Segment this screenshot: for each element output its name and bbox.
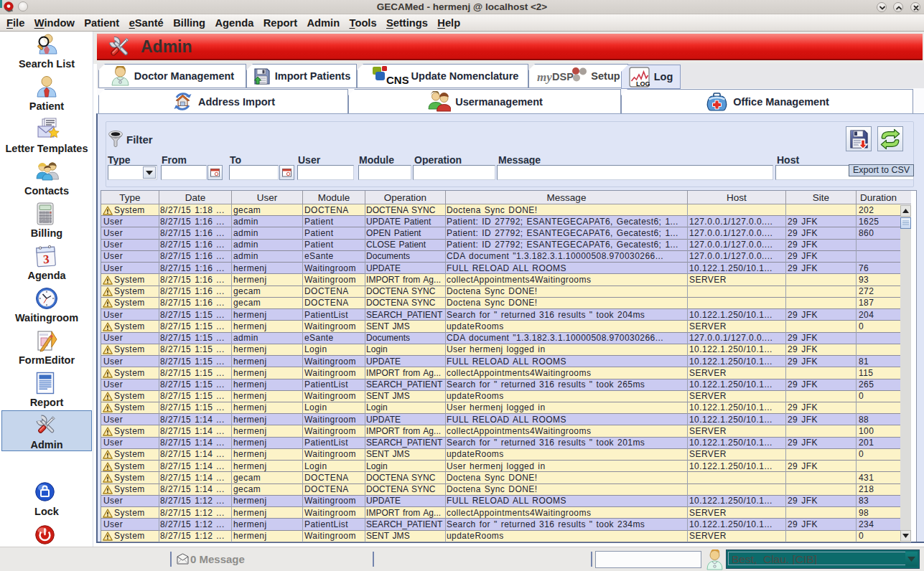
svg-text:DSP: DSP <box>552 71 574 82</box>
svg-text:my: my <box>537 70 552 84</box>
svg-text:LOG: LOG <box>636 80 650 87</box>
svg-text:3: 3 <box>42 253 50 267</box>
svg-text:CNS: CNS <box>386 74 409 86</box>
